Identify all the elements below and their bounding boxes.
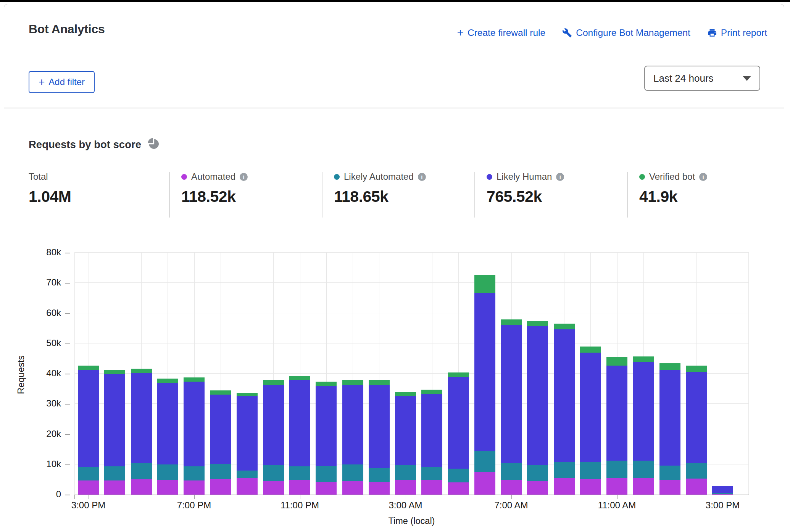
bar-segment-likely-human[interactable]	[395, 396, 416, 464]
bar-segment-automated[interactable]	[104, 480, 125, 495]
bar-segment-automated[interactable]	[527, 481, 548, 495]
time-range-dropdown[interactable]: Last 24 hours	[644, 66, 760, 91]
bar-segment-likely-automated[interactable]	[395, 465, 416, 480]
bar-segment-likely-automated[interactable]	[527, 465, 548, 480]
bar-segment-likely-human[interactable]	[606, 366, 627, 461]
bar-segment-likely-automated[interactable]	[131, 463, 152, 480]
bar-segment-automated[interactable]	[395, 480, 416, 495]
bar-segment-verified-bot[interactable]	[580, 347, 601, 352]
bar-segment-likely-human[interactable]	[580, 353, 601, 462]
bar-segment-likely-automated[interactable]	[448, 469, 469, 482]
bar-segment-automated[interactable]	[263, 481, 284, 495]
bar-segment-automated[interactable]	[369, 482, 390, 495]
bar-segment-verified-bot[interactable]	[237, 393, 258, 397]
bar-segment-likely-automated[interactable]	[316, 466, 337, 482]
bar-segment-verified-bot[interactable]	[712, 486, 733, 486]
bar-segment-likely-human[interactable]	[210, 395, 231, 464]
bar-segment-automated[interactable]	[474, 472, 495, 495]
info-icon[interactable]: i	[556, 173, 564, 181]
bar-segment-likely-human[interactable]	[474, 293, 495, 451]
bar-segment-automated[interactable]	[580, 479, 601, 495]
bar-segment-verified-bot[interactable]	[157, 379, 178, 383]
bar-segment-likely-automated[interactable]	[712, 493, 733, 493]
bar-segment-automated[interactable]	[237, 478, 258, 495]
bar-segment-verified-bot[interactable]	[606, 357, 627, 366]
bar-segment-automated[interactable]	[78, 480, 99, 495]
bar-segment-likely-human[interactable]	[263, 385, 284, 464]
info-icon[interactable]: i	[240, 173, 248, 181]
bar-segment-verified-bot[interactable]	[316, 382, 337, 386]
bar-segment-verified-bot[interactable]	[659, 363, 680, 370]
bar-segment-likely-human[interactable]	[237, 396, 258, 470]
bar-segment-likely-automated[interactable]	[78, 467, 99, 480]
bar-segment-verified-bot[interactable]	[369, 380, 390, 384]
bar-segment-likely-human[interactable]	[289, 380, 310, 466]
bar-segment-likely-human[interactable]	[448, 377, 469, 469]
bar-segment-likely-human[interactable]	[342, 385, 363, 464]
bar-segment-likely-automated[interactable]	[104, 466, 125, 480]
bar-segment-verified-bot[interactable]	[474, 275, 495, 293]
bar-segment-verified-bot[interactable]	[104, 370, 125, 374]
bar-segment-verified-bot[interactable]	[131, 369, 152, 373]
bar-segment-automated[interactable]	[659, 480, 680, 495]
bar-segment-likely-automated[interactable]	[263, 465, 284, 481]
print-report-link[interactable]: Print report	[707, 27, 767, 38]
bar-segment-verified-bot[interactable]	[421, 390, 442, 394]
bar-segment-likely-automated[interactable]	[501, 463, 522, 480]
bar-segment-likely-human[interactable]	[157, 383, 178, 464]
configure-bot-management-link[interactable]: Configure Bot Management	[562, 27, 690, 38]
info-icon[interactable]: i	[699, 173, 707, 181]
bar-segment-verified-bot[interactable]	[527, 321, 548, 326]
bar-segment-likely-human[interactable]	[78, 370, 99, 467]
bar-segment-verified-bot[interactable]	[342, 380, 363, 385]
bar-segment-likely-automated[interactable]	[157, 464, 178, 480]
bar-segment-likely-human[interactable]	[369, 385, 390, 468]
bar-segment-likely-automated[interactable]	[580, 462, 601, 479]
bar-segment-likely-human[interactable]	[686, 372, 707, 463]
create-firewall-rule-link[interactable]: + Create firewall rule	[457, 27, 545, 38]
bar-segment-likely-automated[interactable]	[686, 463, 707, 479]
bar-segment-automated[interactable]	[131, 479, 152, 495]
stat-verified-bot[interactable]: Verified bot i 41.9k	[639, 171, 707, 206]
bar-segment-likely-human[interactable]	[184, 382, 205, 467]
bar-segment-likely-automated[interactable]	[659, 466, 680, 480]
bar-segment-verified-bot[interactable]	[78, 366, 99, 369]
bar-segment-automated[interactable]	[210, 479, 231, 495]
add-filter-button[interactable]: + Add filter	[29, 71, 95, 93]
bar-segment-verified-bot[interactable]	[686, 366, 707, 372]
bar-segment-likely-human[interactable]	[712, 486, 733, 493]
bar-segment-likely-automated[interactable]	[210, 464, 231, 479]
bar-segment-likely-automated[interactable]	[474, 451, 495, 472]
bar-segment-likely-automated[interactable]	[184, 466, 205, 480]
info-icon[interactable]: i	[418, 173, 426, 181]
stat-likely-automated[interactable]: Likely Automated i 118.65k	[334, 171, 426, 206]
bar-segment-verified-bot[interactable]	[448, 372, 469, 377]
bar-segment-automated[interactable]	[342, 481, 363, 495]
bar-segment-likely-human[interactable]	[104, 374, 125, 467]
bar-segment-verified-bot[interactable]	[289, 376, 310, 380]
bar-segment-likely-human[interactable]	[316, 386, 337, 466]
bar-segment-automated[interactable]	[686, 479, 707, 495]
bar-segment-verified-bot[interactable]	[395, 392, 416, 396]
bar-segment-automated[interactable]	[606, 478, 627, 495]
bar-segment-likely-automated[interactable]	[342, 464, 363, 481]
bar-segment-automated[interactable]	[289, 480, 310, 495]
bar-segment-likely-human[interactable]	[527, 326, 548, 465]
bar-segment-likely-automated[interactable]	[633, 461, 654, 478]
bar-segment-automated[interactable]	[501, 480, 522, 495]
bar-segment-automated[interactable]	[554, 478, 575, 495]
bar-segment-verified-bot[interactable]	[633, 356, 654, 362]
bar-segment-likely-human[interactable]	[131, 373, 152, 463]
bar-segment-likely-automated[interactable]	[554, 462, 575, 478]
bar-segment-likely-automated[interactable]	[606, 461, 627, 478]
bar-segment-automated[interactable]	[448, 482, 469, 495]
bar-segment-verified-bot[interactable]	[554, 324, 575, 329]
bar-segment-automated[interactable]	[633, 478, 654, 495]
bar-segment-automated[interactable]	[316, 482, 337, 495]
bar-segment-automated[interactable]	[184, 480, 205, 495]
bar-segment-likely-automated[interactable]	[369, 468, 390, 482]
bar-segment-verified-bot[interactable]	[263, 380, 284, 385]
bar-segment-verified-bot[interactable]	[210, 390, 231, 394]
bar-segment-likely-human[interactable]	[421, 394, 442, 467]
stat-likely-human[interactable]: Likely Human i 765.52k	[487, 171, 564, 206]
